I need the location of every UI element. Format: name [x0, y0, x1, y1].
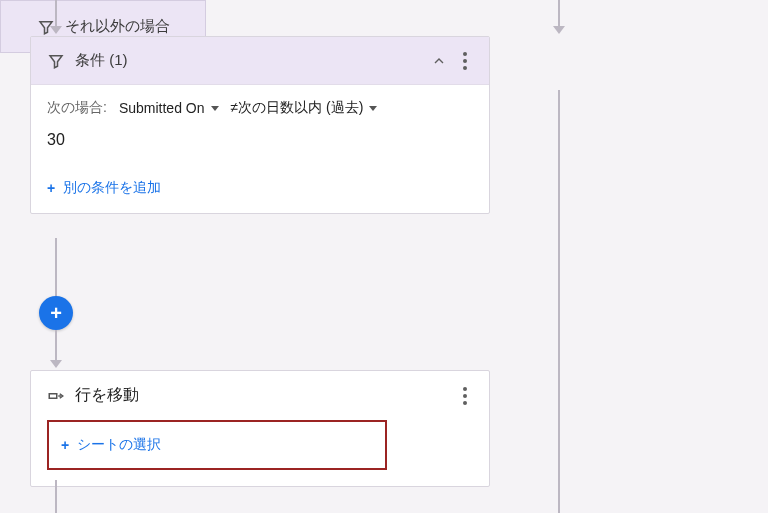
arrow-head-condition-in: [50, 26, 62, 34]
connector-in-condition: [55, 0, 57, 28]
connector-cond-to-add: [55, 238, 57, 298]
add-step-button[interactable]: +: [39, 296, 73, 330]
condition-operator-value: ≠次の日数以内 (過去): [231, 99, 364, 117]
arrow-head-move-in: [50, 360, 62, 368]
arrow-head-else-in: [553, 26, 565, 34]
svg-rect-0: [49, 393, 57, 398]
plus-icon: +: [50, 302, 62, 325]
connector-in-else: [558, 0, 560, 28]
connector-else-down: [558, 90, 560, 513]
move-row-card: 行を移動 + シートの選択: [30, 370, 490, 487]
condition-value[interactable]: 30: [47, 131, 473, 149]
plus-icon: +: [47, 180, 55, 196]
move-row-title: 行を移動: [75, 385, 139, 406]
connector-add-to-move: [55, 330, 57, 362]
condition-field-value: Submitted On: [119, 100, 205, 116]
condition-operator-dropdown[interactable]: ≠次の日数以内 (過去): [231, 99, 378, 117]
more-menu-button[interactable]: [457, 52, 473, 70]
add-condition-button[interactable]: + 別の条件を追加: [31, 169, 489, 213]
else-label: それ以外の場合: [65, 17, 170, 36]
condition-title: 条件 (1): [75, 51, 128, 70]
select-sheet-button[interactable]: + シートの選択: [47, 420, 387, 470]
move-row-header: 行を移動: [31, 371, 489, 420]
add-condition-label: 別の条件を追加: [63, 179, 161, 197]
filter-icon: [47, 52, 65, 70]
dropdown-triangle-icon: [369, 106, 377, 111]
plus-icon: +: [61, 437, 69, 453]
when-label: 次の場合:: [47, 99, 107, 117]
condition-row: 次の場合: Submitted On ≠次の日数以内 (過去): [47, 99, 473, 117]
condition-body: 次の場合: Submitted On ≠次の日数以内 (過去) 30: [31, 85, 489, 169]
chevron-up-icon[interactable]: [431, 53, 447, 69]
select-sheet-label: シートの選択: [77, 436, 161, 454]
connector-move-down: [55, 480, 57, 513]
more-menu-button[interactable]: [457, 387, 473, 405]
condition-field-dropdown[interactable]: Submitted On: [119, 100, 219, 116]
condition-card: 条件 (1) 次の場合: Submitted On ≠次の日数以内 (過去) 3…: [30, 36, 490, 214]
dropdown-triangle-icon: [211, 106, 219, 111]
condition-header[interactable]: 条件 (1): [31, 37, 489, 85]
move-row-icon: [47, 387, 65, 405]
